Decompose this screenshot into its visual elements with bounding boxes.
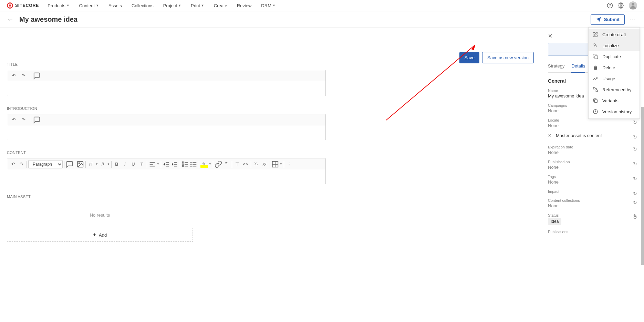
nav-create[interactable]: Create	[214, 3, 227, 8]
table-icon[interactable]	[271, 160, 279, 168]
bold-icon[interactable]: B	[113, 160, 121, 168]
status-badge: Idea	[548, 218, 561, 225]
svg-point-25	[191, 164, 191, 165]
ordered-list-icon[interactable]: 123	[181, 160, 189, 168]
underline-icon[interactable]: U	[129, 160, 137, 168]
italic-icon[interactable]: I	[121, 160, 129, 168]
chevron-down-icon: ▼	[66, 4, 70, 7]
brand-logo[interactable]: SITECORE	[7, 2, 39, 9]
delete-icon	[593, 65, 598, 70]
locale-value: None	[548, 123, 629, 128]
code-icon[interactable]: <>	[242, 160, 249, 168]
chevron-down-icon[interactable]: ▼	[209, 163, 211, 166]
help-icon[interactable]	[607, 2, 613, 9]
title-input[interactable]	[7, 81, 325, 96]
image-icon[interactable]	[76, 160, 84, 168]
content-input[interactable]	[7, 170, 325, 184]
subscript-icon[interactable]: X₂	[252, 160, 260, 168]
menu-duplicate[interactable]: Duplicate	[589, 51, 640, 62]
back-arrow-icon[interactable]: ←	[7, 15, 14, 23]
main-asset-label: MAIN ASSET	[7, 195, 193, 199]
svg-text:3: 3	[183, 165, 184, 167]
tags-label: Tags	[548, 175, 629, 179]
close-panel-icon[interactable]: ✕	[548, 33, 552, 39]
chevron-down-icon: ▼	[201, 4, 204, 7]
history-icon[interactable]: ↻	[633, 200, 637, 205]
nav-items: Products▼ Content▼ Assets Collections Pr…	[48, 3, 607, 8]
undo-icon[interactable]: ↶	[10, 116, 18, 124]
tab-details[interactable]: Details	[571, 61, 585, 73]
menu-version-history[interactable]: Version history	[589, 106, 640, 117]
settings-icon[interactable]	[618, 2, 624, 9]
referenced-by-icon	[593, 87, 598, 92]
more-actions-icon[interactable]: ⋯	[628, 14, 637, 25]
link-icon[interactable]	[215, 160, 222, 168]
menu-referenced-by[interactable]: Referenced by	[589, 84, 640, 95]
more-actions-menu: Create draft Localize Duplicate Delete U…	[588, 27, 640, 119]
undo-icon[interactable]: ↶	[10, 72, 18, 80]
nav-products[interactable]: Products▼	[48, 3, 69, 8]
comment-icon[interactable]	[33, 72, 41, 80]
outdent-icon[interactable]	[163, 160, 170, 168]
history-icon[interactable]: ↻	[633, 161, 637, 167]
menu-variants[interactable]: Variants	[589, 95, 640, 106]
nav-review[interactable]: Review	[237, 3, 252, 8]
nav-drm[interactable]: DRM▼	[261, 3, 276, 8]
history-icon[interactable]: ↻	[633, 176, 637, 181]
history-icon[interactable]: ↻	[633, 120, 637, 125]
user-avatar[interactable]	[629, 1, 637, 10]
indent-icon[interactable]	[171, 160, 178, 168]
align-icon[interactable]	[148, 160, 156, 168]
redo-icon[interactable]: ↷	[20, 72, 27, 80]
undo-icon[interactable]: ↶	[9, 160, 17, 168]
scrollbar[interactable]	[641, 107, 644, 265]
history-icon[interactable]: ↻	[633, 146, 637, 152]
page-subheader: ← My awesome idea Submit ⋯	[0, 11, 644, 28]
paragraph-format-select[interactable]: Paragraph	[28, 160, 63, 168]
chevron-down-icon: ▼	[178, 4, 181, 7]
chevron-down-icon[interactable]: ▼	[280, 163, 282, 166]
save-button[interactable]: Save	[459, 52, 479, 63]
svg-point-2	[620, 5, 622, 7]
menu-localize[interactable]: Localize	[589, 40, 640, 51]
nav-project[interactable]: Project▼	[163, 3, 181, 8]
history-icon[interactable]: ↻	[633, 134, 637, 140]
hr-icon[interactable]: ⊤	[233, 160, 241, 168]
top-navigation: SITECORE Products▼ Content▼ Assets Colle…	[0, 0, 644, 11]
history-icon[interactable]: ↻	[633, 191, 637, 196]
nav-collections[interactable]: Collections	[132, 3, 154, 8]
highlight-icon[interactable]: ✎	[200, 160, 208, 168]
title-editor: ↶ ↷	[7, 70, 326, 96]
introduction-input[interactable]	[7, 125, 325, 140]
save-as-new-version-button[interactable]: Save as new version	[482, 52, 534, 63]
chevron-down-icon[interactable]: ▼	[95, 163, 98, 166]
more-toolbar-icon[interactable]: ⋮	[285, 160, 293, 168]
redo-icon[interactable]: ↷	[18, 160, 25, 168]
add-asset-button[interactable]: + Add	[7, 228, 193, 242]
menu-create-draft[interactable]: Create draft	[589, 29, 640, 40]
chevron-down-icon[interactable]: ▼	[107, 163, 110, 166]
main-layout: Save Save as new version TITLE ↶ ↷ INTRO…	[0, 28, 644, 322]
comment-icon[interactable]	[33, 116, 41, 124]
content-label: CONTENT	[7, 150, 326, 155]
history-icon[interactable]: ↻	[633, 215, 637, 220]
svg-rect-32	[596, 90, 598, 92]
nav-content[interactable]: Content▼	[79, 3, 99, 8]
nav-assets[interactable]: Assets	[108, 3, 122, 8]
menu-delete[interactable]: Delete	[589, 62, 640, 73]
comment-icon[interactable]	[66, 160, 73, 168]
expiration-value: None	[548, 150, 629, 155]
font-family-icon[interactable]: Ꭿ	[99, 160, 106, 168]
superscript-icon[interactable]: X²	[261, 160, 268, 168]
chevron-down-icon[interactable]: ▼	[157, 163, 159, 166]
quote-icon[interactable]: ❞	[223, 160, 230, 168]
menu-usage[interactable]: Usage	[589, 73, 640, 84]
redo-icon[interactable]: ↷	[20, 116, 27, 124]
submit-button[interactable]: Submit	[591, 14, 625, 25]
clear-format-icon[interactable]: T	[138, 160, 145, 168]
tab-strategy[interactable]: Strategy	[548, 61, 564, 72]
close-icon[interactable]: ✕	[548, 133, 552, 138]
font-size-icon[interactable]: тT	[87, 160, 95, 168]
unordered-list-icon[interactable]	[190, 160, 197, 168]
nav-print[interactable]: Print▼	[191, 3, 204, 8]
